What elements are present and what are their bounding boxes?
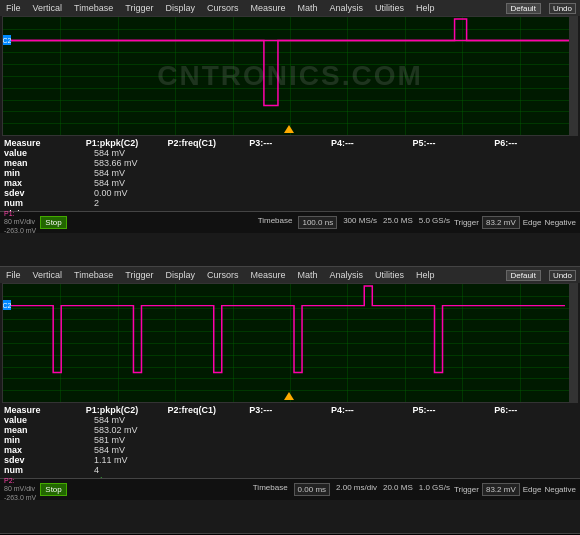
meas-num-row-1: num 2 — [4, 198, 576, 208]
menu-display-2[interactable]: Display — [163, 270, 197, 280]
menu-analysis-1[interactable]: Analysis — [327, 3, 365, 13]
meas-mean-row-1: mean 583.66 mV — [4, 158, 576, 168]
tb-value-2: 0.00 ms — [294, 483, 330, 496]
default-button-2[interactable]: Default — [506, 270, 541, 281]
tb-label-1: Timebase — [258, 216, 293, 229]
meas-lbl-sdev-1: sdev — [4, 188, 94, 198]
meas-max-row-2: max 584 mV — [4, 445, 576, 455]
meas-hdr-p3-1: P3:--- — [249, 138, 331, 148]
menu-vertical-1[interactable]: Vertical — [31, 3, 65, 13]
right-scroll-1[interactable] — [569, 17, 577, 135]
menu-timebase-1[interactable]: Timebase — [72, 3, 115, 13]
meas-lbl-max-1: max — [4, 178, 94, 188]
menu-vertical-2[interactable]: Vertical — [31, 270, 65, 280]
meas-table-2: Measure P1:pkpk(C2) P2:freq(C1) P3:--- P… — [0, 403, 580, 478]
ch-info-left-1: P1: 80 mV/div -263.0 mV — [4, 210, 36, 235]
meas-hdr-p5-2: P5:--- — [413, 405, 495, 415]
undo-button-2[interactable]: Undo — [549, 270, 576, 281]
menu-utilities-2[interactable]: Utilities — [373, 270, 406, 280]
meas-hdr-p4-2: P4:--- — [331, 405, 413, 415]
meas-val-min-1: 584 mV — [94, 168, 184, 178]
meas-val-max-2: 584 mV — [94, 445, 184, 455]
sample3-1: 5.0 GS/s — [419, 216, 450, 229]
meas-status-row-2: status ✓ — [4, 475, 576, 478]
meas-lbl-sdev-2: sdev — [4, 455, 94, 465]
menu-measure-1[interactable]: Measure — [248, 3, 287, 13]
meas-val-num-1: 2 — [94, 198, 184, 208]
ch-val2-2: -263.0 mV — [4, 494, 36, 502]
meas-val-min-2: 581 mV — [94, 435, 184, 445]
ch-val1-2: 80 mV/div — [4, 485, 36, 493]
meas-lbl-num-2: num — [4, 465, 94, 475]
sample1-2: 2.00 ms/div — [336, 483, 377, 496]
meas-status-row-1: status — [4, 208, 576, 211]
panel-2: File Vertical Timebase Trigger Display C… — [0, 267, 580, 534]
meas-sdev-row-2: sdev 1.11 mV — [4, 455, 576, 465]
menu-analysis-2[interactable]: Analysis — [327, 270, 365, 280]
menu-measure-2[interactable]: Measure — [248, 270, 287, 280]
sample3-2: 1.0 GS/s — [419, 483, 450, 496]
waveform-svg-1 — [3, 17, 577, 135]
sample2-1: 25.0 MS — [383, 216, 413, 229]
run-stop-box-2[interactable]: Stop — [40, 483, 66, 496]
meas-min-row-2: min 581 mV — [4, 435, 576, 445]
run-stop-box-1[interactable]: Stop — [40, 216, 66, 229]
meas-hdr-p2-1: P2:freq(C1) — [167, 138, 249, 148]
meas-lbl-max-2: max — [4, 445, 94, 455]
meas-lbl-value-1: value — [4, 148, 94, 158]
right-scroll-2[interactable] — [569, 284, 577, 402]
timebase-info-1: Timebase 100.0 ns 300 MS/s 25.0 MS 5.0 G… — [258, 216, 450, 229]
timebase-info-2: Timebase 0.00 ms 2.00 ms/div 20.0 MS 1.0… — [253, 483, 450, 496]
menu-trigger-1[interactable]: Trigger — [123, 3, 155, 13]
meas-val-value-1: 584 mV — [94, 148, 184, 158]
ch-val1-1: 80 mV/div — [4, 218, 36, 226]
menu-math-1[interactable]: Math — [295, 3, 319, 13]
menu-bar-1: File Vertical Timebase Trigger Display C… — [0, 0, 580, 16]
meas-hdr-p4-1: P4:--- — [331, 138, 413, 148]
meas-hdr-measure-2: Measure — [4, 405, 86, 415]
undo-button-1[interactable]: Undo — [549, 3, 576, 14]
meas-header-row-1: Measure P1:pkpk(C2) P2:freq(C1) P3:--- P… — [4, 138, 576, 148]
menu-display-1[interactable]: Display — [163, 3, 197, 13]
menu-help-2[interactable]: Help — [414, 270, 437, 280]
meas-val-sdev-2: 1.11 mV — [94, 455, 184, 465]
tb-value-1: 100.0 ns — [298, 216, 337, 229]
meas-lbl-value-2: value — [4, 415, 94, 425]
trig-type-1: Edge — [523, 218, 542, 227]
waveform-svg-2 — [3, 284, 577, 402]
meas-lbl-mean-2: mean — [4, 425, 94, 435]
default-button-1[interactable]: Default — [506, 3, 541, 14]
sample1-1: 300 MS/s — [343, 216, 377, 229]
menu-file-2[interactable]: File — [4, 270, 23, 280]
meas-mean-row-2: mean 583.02 mV — [4, 425, 576, 435]
status-bar-1: P1: 80 mV/div -263.0 mV Stop Timebase 10… — [0, 211, 580, 233]
meas-header-row-2: Measure P1:pkpk(C2) P2:freq(C1) P3:--- P… — [4, 405, 576, 415]
meas-value-row-1: value 584 mV — [4, 148, 576, 158]
meas-lbl-min-1: min — [4, 168, 94, 178]
menu-cursors-1[interactable]: Cursors — [205, 3, 241, 13]
meas-hdr-p3-2: P3:--- — [249, 405, 331, 415]
screen-1: C2 CNTRONICS.COM — [2, 16, 578, 136]
meas-hdr-p6-1: P6:--- — [494, 138, 576, 148]
trig-label-1: Trigger — [454, 218, 479, 227]
menu-timebase-2[interactable]: Timebase — [72, 270, 115, 280]
menu-cursors-2[interactable]: Cursors — [205, 270, 241, 280]
menu-trigger-2[interactable]: Trigger — [123, 270, 155, 280]
menu-math-2[interactable]: Math — [295, 270, 319, 280]
menu-utilities-1[interactable]: Utilities — [373, 3, 406, 13]
ch-label-1: P1: — [4, 210, 36, 218]
meas-hdr-p5-1: P5:--- — [413, 138, 495, 148]
channel-2-marker-1: C2 — [3, 35, 11, 45]
meas-val-mean-2: 583.02 mV — [94, 425, 184, 435]
meas-table-1: Measure P1:pkpk(C2) P2:freq(C1) P3:--- P… — [0, 136, 580, 211]
trig-edge-2: Negative — [544, 485, 576, 494]
ch-val2-1: -263.0 mV — [4, 227, 36, 235]
menu-file-1[interactable]: File — [4, 3, 23, 13]
menu-help-1[interactable]: Help — [414, 3, 437, 13]
meas-hdr-p1-2: P1:pkpk(C2) — [86, 405, 168, 415]
ch-label-2: P2: — [4, 477, 36, 485]
meas-val-status-2: ✓ — [94, 474, 184, 479]
meas-value-row-2: value 584 mV — [4, 415, 576, 425]
meas-lbl-num-1: num — [4, 198, 94, 208]
meas-lbl-min-2: min — [4, 435, 94, 445]
